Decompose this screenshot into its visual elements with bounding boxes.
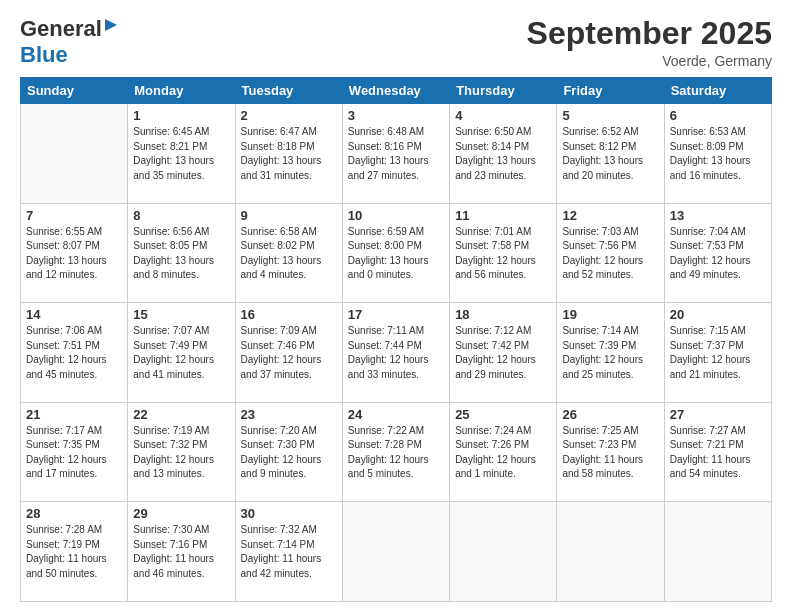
calendar-cell-w5-d4 [342,502,449,602]
day-info-w2-d6: Sunrise: 7:03 AMSunset: 7:56 PMDaylight:… [562,225,658,283]
calendar-cell-w5-d5 [450,502,557,602]
day-number-w3-d3: 16 [241,307,337,322]
calendar-table: Sunday Monday Tuesday Wednesday Thursday… [20,77,772,602]
day-number-w4-d4: 24 [348,407,444,422]
week-row-4: 21Sunrise: 7:17 AMSunset: 7:35 PMDayligh… [21,402,772,502]
day-info-w2-d7: Sunrise: 7:04 AMSunset: 7:53 PMDaylight:… [670,225,766,283]
calendar-cell-w4-d7: 27Sunrise: 7:27 AMSunset: 7:21 PMDayligh… [664,402,771,502]
logo-blue-text: Blue [20,42,68,67]
day-number-w2-d3: 9 [241,208,337,223]
calendar-cell-w4-d5: 25Sunrise: 7:24 AMSunset: 7:26 PMDayligh… [450,402,557,502]
day-number-w3-d7: 20 [670,307,766,322]
calendar-cell-w5-d2: 29Sunrise: 7:30 AMSunset: 7:16 PMDayligh… [128,502,235,602]
week-row-1: 1Sunrise: 6:45 AMSunset: 8:21 PMDaylight… [21,104,772,204]
day-info-w5-d3: Sunrise: 7:32 AMSunset: 7:14 PMDaylight:… [241,523,337,581]
col-header-monday: Monday [128,78,235,104]
day-number-w2-d2: 8 [133,208,229,223]
day-number-w1-d5: 4 [455,108,551,123]
day-info-w3-d2: Sunrise: 7:07 AMSunset: 7:49 PMDaylight:… [133,324,229,382]
location-subtitle: Voerde, Germany [527,53,772,69]
calendar-cell-w1-d5: 4Sunrise: 6:50 AMSunset: 8:14 PMDaylight… [450,104,557,204]
day-info-w1-d5: Sunrise: 6:50 AMSunset: 8:14 PMDaylight:… [455,125,551,183]
logo: General Blue [20,16,120,68]
day-number-w2-d1: 7 [26,208,122,223]
calendar-cell-w1-d7: 6Sunrise: 6:53 AMSunset: 8:09 PMDaylight… [664,104,771,204]
day-number-w5-d3: 30 [241,506,337,521]
col-header-sunday: Sunday [21,78,128,104]
logo-general-text: General [20,16,102,42]
calendar-cell-w3-d6: 19Sunrise: 7:14 AMSunset: 7:39 PMDayligh… [557,303,664,403]
calendar-cell-w2-d5: 11Sunrise: 7:01 AMSunset: 7:58 PMDayligh… [450,203,557,303]
calendar-cell-w2-d6: 12Sunrise: 7:03 AMSunset: 7:56 PMDayligh… [557,203,664,303]
day-info-w1-d7: Sunrise: 6:53 AMSunset: 8:09 PMDaylight:… [670,125,766,183]
svg-marker-0 [105,19,117,31]
calendar-cell-w3-d3: 16Sunrise: 7:09 AMSunset: 7:46 PMDayligh… [235,303,342,403]
day-number-w3-d5: 18 [455,307,551,322]
day-number-w4-d5: 25 [455,407,551,422]
calendar-cell-w3-d7: 20Sunrise: 7:15 AMSunset: 7:37 PMDayligh… [664,303,771,403]
col-header-wednesday: Wednesday [342,78,449,104]
day-number-w4-d3: 23 [241,407,337,422]
day-info-w3-d4: Sunrise: 7:11 AMSunset: 7:44 PMDaylight:… [348,324,444,382]
day-number-w1-d4: 3 [348,108,444,123]
calendar-cell-w1-d2: 1Sunrise: 6:45 AMSunset: 8:21 PMDaylight… [128,104,235,204]
day-info-w2-d2: Sunrise: 6:56 AMSunset: 8:05 PMDaylight:… [133,225,229,283]
calendar-header-row: Sunday Monday Tuesday Wednesday Thursday… [21,78,772,104]
calendar-cell-w1-d1 [21,104,128,204]
day-number-w3-d4: 17 [348,307,444,322]
calendar-cell-w4-d4: 24Sunrise: 7:22 AMSunset: 7:28 PMDayligh… [342,402,449,502]
calendar-cell-w4-d1: 21Sunrise: 7:17 AMSunset: 7:35 PMDayligh… [21,402,128,502]
calendar-cell-w2-d3: 9Sunrise: 6:58 AMSunset: 8:02 PMDaylight… [235,203,342,303]
day-info-w3-d3: Sunrise: 7:09 AMSunset: 7:46 PMDaylight:… [241,324,337,382]
day-info-w1-d4: Sunrise: 6:48 AMSunset: 8:16 PMDaylight:… [348,125,444,183]
calendar-cell-w3-d2: 15Sunrise: 7:07 AMSunset: 7:49 PMDayligh… [128,303,235,403]
day-number-w3-d2: 15 [133,307,229,322]
calendar-cell-w1-d4: 3Sunrise: 6:48 AMSunset: 8:16 PMDaylight… [342,104,449,204]
day-number-w2-d4: 10 [348,208,444,223]
col-header-friday: Friday [557,78,664,104]
calendar-cell-w3-d5: 18Sunrise: 7:12 AMSunset: 7:42 PMDayligh… [450,303,557,403]
day-info-w4-d1: Sunrise: 7:17 AMSunset: 7:35 PMDaylight:… [26,424,122,482]
month-title: September 2025 [527,16,772,51]
day-info-w5-d1: Sunrise: 7:28 AMSunset: 7:19 PMDaylight:… [26,523,122,581]
day-info-w4-d6: Sunrise: 7:25 AMSunset: 7:23 PMDaylight:… [562,424,658,482]
day-number-w5-d1: 28 [26,506,122,521]
calendar-cell-w4-d3: 23Sunrise: 7:20 AMSunset: 7:30 PMDayligh… [235,402,342,502]
day-info-w3-d7: Sunrise: 7:15 AMSunset: 7:37 PMDaylight:… [670,324,766,382]
day-info-w5-d2: Sunrise: 7:30 AMSunset: 7:16 PMDaylight:… [133,523,229,581]
day-info-w2-d3: Sunrise: 6:58 AMSunset: 8:02 PMDaylight:… [241,225,337,283]
week-row-2: 7Sunrise: 6:55 AMSunset: 8:07 PMDaylight… [21,203,772,303]
col-header-tuesday: Tuesday [235,78,342,104]
calendar-cell-w5-d7 [664,502,771,602]
calendar-cell-w1-d3: 2Sunrise: 6:47 AMSunset: 8:18 PMDaylight… [235,104,342,204]
calendar-cell-w2-d1: 7Sunrise: 6:55 AMSunset: 8:07 PMDaylight… [21,203,128,303]
day-number-w1-d3: 2 [241,108,337,123]
week-row-3: 14Sunrise: 7:06 AMSunset: 7:51 PMDayligh… [21,303,772,403]
day-number-w4-d7: 27 [670,407,766,422]
day-info-w2-d5: Sunrise: 7:01 AMSunset: 7:58 PMDaylight:… [455,225,551,283]
calendar-cell-w1-d6: 5Sunrise: 6:52 AMSunset: 8:12 PMDaylight… [557,104,664,204]
col-header-saturday: Saturday [664,78,771,104]
calendar-cell-w2-d4: 10Sunrise: 6:59 AMSunset: 8:00 PMDayligh… [342,203,449,303]
day-info-w1-d2: Sunrise: 6:45 AMSunset: 8:21 PMDaylight:… [133,125,229,183]
logo-flag-icon [103,17,119,33]
day-info-w4-d3: Sunrise: 7:20 AMSunset: 7:30 PMDaylight:… [241,424,337,482]
day-info-w3-d1: Sunrise: 7:06 AMSunset: 7:51 PMDaylight:… [26,324,122,382]
calendar-cell-w5-d6 [557,502,664,602]
day-number-w2-d7: 13 [670,208,766,223]
col-header-thursday: Thursday [450,78,557,104]
day-number-w1-d6: 5 [562,108,658,123]
day-number-w2-d5: 11 [455,208,551,223]
calendar-cell-w2-d7: 13Sunrise: 7:04 AMSunset: 7:53 PMDayligh… [664,203,771,303]
day-number-w1-d2: 1 [133,108,229,123]
day-number-w1-d7: 6 [670,108,766,123]
day-number-w4-d6: 26 [562,407,658,422]
calendar-cell-w5-d1: 28Sunrise: 7:28 AMSunset: 7:19 PMDayligh… [21,502,128,602]
day-number-w3-d1: 14 [26,307,122,322]
day-number-w4-d1: 21 [26,407,122,422]
calendar-cell-w4-d6: 26Sunrise: 7:25 AMSunset: 7:23 PMDayligh… [557,402,664,502]
day-number-w5-d2: 29 [133,506,229,521]
day-number-w3-d6: 19 [562,307,658,322]
day-info-w3-d6: Sunrise: 7:14 AMSunset: 7:39 PMDaylight:… [562,324,658,382]
calendar-cell-w5-d3: 30Sunrise: 7:32 AMSunset: 7:14 PMDayligh… [235,502,342,602]
